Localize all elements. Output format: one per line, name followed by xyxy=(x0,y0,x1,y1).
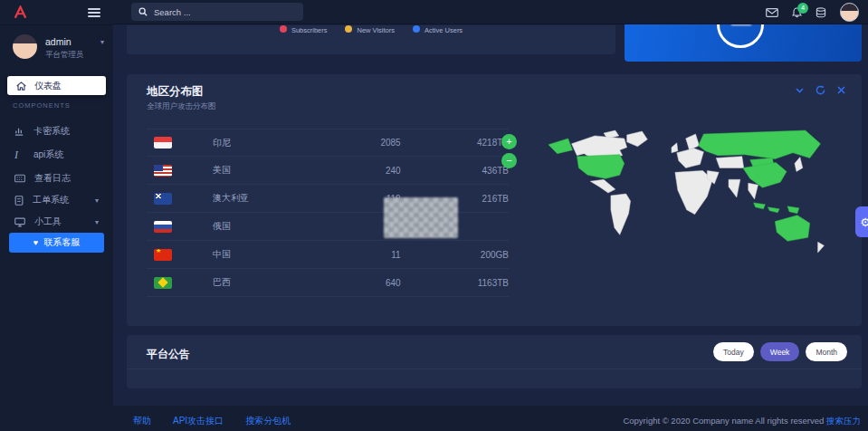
gauge-ring xyxy=(717,23,764,48)
bar-chart-icon xyxy=(14,127,24,137)
flag-brazil-icon xyxy=(154,277,172,289)
sidebar-item-label: 卡密系统 xyxy=(33,125,70,138)
attack-count: 11 xyxy=(315,250,400,260)
red-dot-icon xyxy=(280,25,287,33)
gauge-card-clipped xyxy=(625,23,862,62)
chart-card-clipped: Subscribers New Visitors Active Users xyxy=(127,25,615,54)
topbar-icons: 4 xyxy=(766,0,859,24)
chevron-down-icon[interactable]: ▾ xyxy=(100,38,104,46)
components-section-label: COMPONENTS xyxy=(13,101,71,110)
table-row-china: 中国 11 200GB xyxy=(147,241,509,269)
search-icon xyxy=(138,7,148,16)
copyright-text: Copyright © 2020 Company name All rights… xyxy=(623,416,861,427)
country-name: 中国 xyxy=(213,248,315,261)
footer-link-api[interactable]: API攻击接口 xyxy=(173,415,224,427)
country-name: 印尼 xyxy=(213,137,315,149)
sidebar-item-view-logs[interactable]: 查看日志 xyxy=(0,168,113,188)
week-button[interactable]: Week xyxy=(760,342,800,361)
map-zoom-in-button[interactable]: + xyxy=(501,134,517,149)
traffic-size: 200GB xyxy=(424,250,509,260)
censor-blur xyxy=(384,197,458,238)
attack-count: 2085 xyxy=(315,138,400,148)
user-avatar[interactable] xyxy=(13,34,37,59)
refresh-icon[interactable] xyxy=(816,85,825,95)
attack-count: 240 xyxy=(315,166,400,176)
mail-icon[interactable] xyxy=(766,8,778,17)
hamburger-menu-icon[interactable] xyxy=(88,6,100,19)
heart-icon: ♥ xyxy=(33,238,38,247)
sidebar-item-label: 工单系统 xyxy=(33,194,69,206)
bell-icon[interactable]: 4 xyxy=(792,7,802,18)
sidebar-item-label: 仪表盘 xyxy=(34,80,62,92)
world-map[interactable] xyxy=(541,127,854,264)
flag-usa-icon xyxy=(154,165,172,177)
chevron-down-icon: ▾ xyxy=(95,196,99,205)
sidebar-logo-row xyxy=(0,0,113,25)
footer-link-help[interactable]: 帮助 xyxy=(133,415,151,427)
settings-gear-button[interactable]: ⚙ xyxy=(855,206,868,237)
table-row-brazil: 巴西 640 1163TB xyxy=(147,269,509,297)
footer-link-sender[interactable]: 搜索分包机 xyxy=(245,415,291,427)
chart-legend: Subscribers New Visitors Active Users xyxy=(127,25,615,34)
legend-label: Active Users xyxy=(424,26,463,34)
sidebar-item-label: 小工具 xyxy=(34,216,62,228)
traffic-size: 1163TB xyxy=(424,278,509,288)
italic-i-icon: I xyxy=(14,148,24,162)
country-name: 巴西 xyxy=(213,276,315,289)
dashboard-page: admin ▾ 平台管理员 仪表盘 COMPONENTS 卡密系统 I api系… xyxy=(0,0,868,431)
user-name: admin xyxy=(45,36,72,47)
document-icon xyxy=(14,196,24,206)
panel-subtitle: 全球用户攻击分布图 xyxy=(147,101,216,112)
panel-title: 平台公告 xyxy=(147,347,190,362)
brand-link[interactable]: 搜索压力 xyxy=(826,416,861,426)
flag-russia-icon xyxy=(154,221,172,233)
user-avatar[interactable] xyxy=(840,3,859,22)
app-logo[interactable] xyxy=(13,5,28,19)
country-name: 美国 xyxy=(213,164,315,177)
legend-label: Subscribers xyxy=(291,26,328,34)
flag-china-icon xyxy=(154,249,172,261)
close-panel-icon[interactable] xyxy=(837,86,845,94)
copyright-label: Copyright © 2020 Company name All rights… xyxy=(623,416,826,426)
month-button[interactable]: Month xyxy=(806,342,847,361)
traffic-size: 436TB xyxy=(424,166,509,176)
contact-support-label: 联系客服 xyxy=(43,236,80,249)
table-row-indonesia: 印尼 2085 4218TB xyxy=(147,129,509,157)
flag-australia-icon xyxy=(154,193,172,205)
today-button[interactable]: Today xyxy=(713,342,754,361)
sidebar: admin ▾ 平台管理员 仪表盘 COMPONENTS 卡密系统 I api系… xyxy=(0,0,113,431)
layers-icon[interactable] xyxy=(816,7,826,18)
flag-indonesia-icon xyxy=(154,137,172,148)
user-role: 平台管理员 xyxy=(45,50,84,61)
topbar: 4 xyxy=(113,0,868,24)
footer: 帮助 API攻击接口 搜索分包机 Copyright © 2020 Compan… xyxy=(113,406,868,431)
table-row-usa: 美国 240 436TB xyxy=(147,157,509,185)
announcement-panel: 平台公告 Today Week Month xyxy=(127,335,862,388)
region-distribution-panel: 地区分布图 全球用户攻击分布图 印尼 2085 4218TB xyxy=(127,74,862,326)
yellow-dot-icon xyxy=(345,25,352,33)
chevron-down-icon: ▾ xyxy=(95,218,99,226)
user-profile[interactable]: admin ▾ 平台管理员 xyxy=(0,33,113,69)
panel-title: 地区分布图 xyxy=(147,84,204,100)
search-box[interactable] xyxy=(131,3,303,21)
home-icon xyxy=(16,81,26,91)
sidebar-item-ticket-system[interactable]: 工单系统 ▾ xyxy=(0,190,113,210)
legend-item-subscribers[interactable]: Subscribers xyxy=(280,26,328,34)
map-zoom-out-button[interactable]: − xyxy=(501,153,517,168)
country-name: 俄国 xyxy=(213,220,315,233)
sidebar-item-card-system[interactable]: 卡密系统 xyxy=(0,121,113,141)
monitor-icon xyxy=(14,217,25,227)
sidebar-item-tools[interactable]: 小工具 ▾ xyxy=(0,212,113,232)
notification-badge: 4 xyxy=(797,3,808,14)
collapse-panel-icon[interactable] xyxy=(796,88,804,93)
contact-support-button[interactable]: ♥ 联系客服 xyxy=(9,233,104,253)
sidebar-item-dashboard[interactable]: 仪表盘 xyxy=(7,76,106,95)
traffic-size: 4218TB xyxy=(424,138,509,148)
country-name: 澳大利亚 xyxy=(213,192,315,205)
legend-item-active-users[interactable]: Active Users xyxy=(413,26,463,34)
gear-icon: ⚙ xyxy=(860,216,868,229)
sidebar-item-api-system[interactable]: I api系统 xyxy=(0,145,113,165)
keyboard-icon xyxy=(14,174,25,183)
search-input[interactable] xyxy=(154,7,290,17)
legend-item-new-visitors[interactable]: New Visitors xyxy=(345,26,395,34)
